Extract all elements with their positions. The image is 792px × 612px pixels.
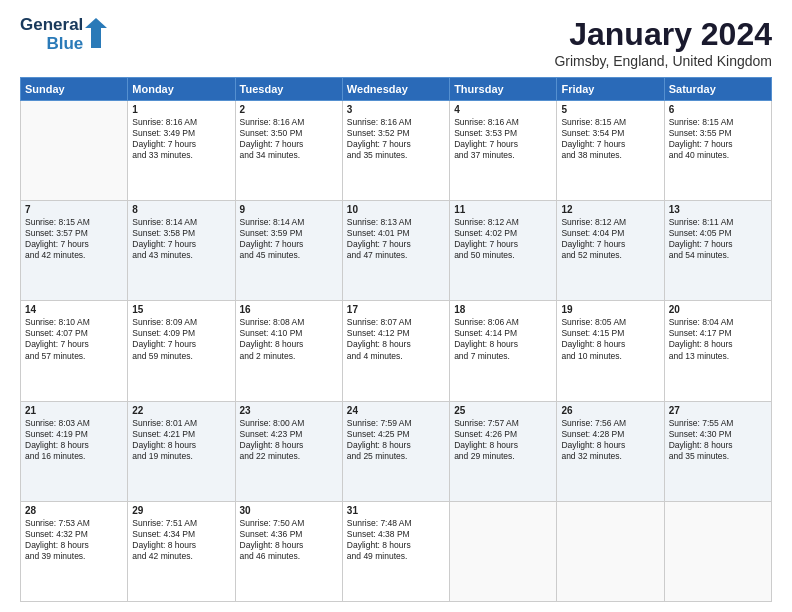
day-info: Sunset: 3:50 PM	[240, 128, 338, 139]
day-info: Sunrise: 8:13 AM	[347, 217, 445, 228]
day-info: Sunrise: 7:50 AM	[240, 518, 338, 529]
day-info: Sunset: 4:09 PM	[132, 328, 230, 339]
day-cell: 17Sunrise: 8:07 AMSunset: 4:12 PMDayligh…	[342, 301, 449, 401]
day-info: Sunset: 3:53 PM	[454, 128, 552, 139]
day-info: Sunrise: 7:57 AM	[454, 418, 552, 429]
week-row-2: 7Sunrise: 8:15 AMSunset: 3:57 PMDaylight…	[21, 201, 772, 301]
day-info: Sunrise: 8:06 AM	[454, 317, 552, 328]
day-info: and 50 minutes.	[454, 250, 552, 261]
day-info: and 10 minutes.	[561, 351, 659, 362]
day-info: Sunset: 3:58 PM	[132, 228, 230, 239]
day-info: Daylight: 8 hours	[240, 540, 338, 551]
day-number: 12	[561, 204, 659, 215]
header-row: SundayMondayTuesdayWednesdayThursdayFrid…	[21, 78, 772, 101]
day-cell	[21, 101, 128, 201]
week-row-1: 1Sunrise: 8:16 AMSunset: 3:49 PMDaylight…	[21, 101, 772, 201]
day-info: and 13 minutes.	[669, 351, 767, 362]
day-info: Sunrise: 7:53 AM	[25, 518, 123, 529]
day-cell: 4Sunrise: 8:16 AMSunset: 3:53 PMDaylight…	[450, 101, 557, 201]
day-number: 26	[561, 405, 659, 416]
day-number: 1	[132, 104, 230, 115]
day-info: Daylight: 7 hours	[347, 239, 445, 250]
header-wednesday: Wednesday	[342, 78, 449, 101]
day-info: Daylight: 8 hours	[454, 440, 552, 451]
day-cell: 7Sunrise: 8:15 AMSunset: 3:57 PMDaylight…	[21, 201, 128, 301]
day-info: and 4 minutes.	[347, 351, 445, 362]
day-info: and 49 minutes.	[347, 551, 445, 562]
day-info: Daylight: 8 hours	[347, 540, 445, 551]
day-info: Sunrise: 8:16 AM	[347, 117, 445, 128]
day-info: and 39 minutes.	[25, 551, 123, 562]
day-cell	[450, 501, 557, 601]
day-info: and 22 minutes.	[240, 451, 338, 462]
day-info: Sunrise: 7:59 AM	[347, 418, 445, 429]
day-number: 6	[669, 104, 767, 115]
day-number: 28	[25, 505, 123, 516]
day-info: and 35 minutes.	[669, 451, 767, 462]
day-cell: 12Sunrise: 8:12 AMSunset: 4:04 PMDayligh…	[557, 201, 664, 301]
day-info: and 32 minutes.	[561, 451, 659, 462]
day-cell: 1Sunrise: 8:16 AMSunset: 3:49 PMDaylight…	[128, 101, 235, 201]
day-info: and 45 minutes.	[240, 250, 338, 261]
calendar-subtitle: Grimsby, England, United Kingdom	[554, 53, 772, 69]
day-info: Sunset: 4:10 PM	[240, 328, 338, 339]
day-info: Daylight: 8 hours	[454, 339, 552, 350]
day-info: Sunset: 3:54 PM	[561, 128, 659, 139]
title-block: January 2024 Grimsby, England, United Ki…	[554, 16, 772, 69]
day-cell: 18Sunrise: 8:06 AMSunset: 4:14 PMDayligh…	[450, 301, 557, 401]
day-info: Sunrise: 8:10 AM	[25, 317, 123, 328]
day-info: and 42 minutes.	[25, 250, 123, 261]
day-number: 3	[347, 104, 445, 115]
day-cell	[557, 501, 664, 601]
day-info: Daylight: 7 hours	[132, 139, 230, 150]
day-info: Daylight: 8 hours	[132, 540, 230, 551]
logo: General Blue	[20, 16, 107, 53]
day-info: and 25 minutes.	[347, 451, 445, 462]
day-info: Sunset: 4:15 PM	[561, 328, 659, 339]
day-info: Daylight: 8 hours	[25, 440, 123, 451]
day-info: Sunset: 4:01 PM	[347, 228, 445, 239]
day-info: Sunrise: 8:15 AM	[669, 117, 767, 128]
logo-blue: Blue	[46, 35, 83, 54]
day-cell: 16Sunrise: 8:08 AMSunset: 4:10 PMDayligh…	[235, 301, 342, 401]
day-info: Daylight: 7 hours	[454, 239, 552, 250]
day-info: Daylight: 8 hours	[669, 339, 767, 350]
day-cell: 29Sunrise: 7:51 AMSunset: 4:34 PMDayligh…	[128, 501, 235, 601]
header-tuesday: Tuesday	[235, 78, 342, 101]
day-info: Sunrise: 8:07 AM	[347, 317, 445, 328]
day-info: Daylight: 8 hours	[240, 440, 338, 451]
day-info: Sunset: 4:05 PM	[669, 228, 767, 239]
day-info: and 54 minutes.	[669, 250, 767, 261]
day-info: Daylight: 7 hours	[669, 239, 767, 250]
day-info: and 7 minutes.	[454, 351, 552, 362]
day-number: 11	[454, 204, 552, 215]
header-friday: Friday	[557, 78, 664, 101]
week-row-5: 28Sunrise: 7:53 AMSunset: 4:32 PMDayligh…	[21, 501, 772, 601]
day-cell: 8Sunrise: 8:14 AMSunset: 3:58 PMDaylight…	[128, 201, 235, 301]
day-info: and 38 minutes.	[561, 150, 659, 161]
day-number: 31	[347, 505, 445, 516]
day-info: Daylight: 7 hours	[240, 139, 338, 150]
header-monday: Monday	[128, 78, 235, 101]
day-info: Sunrise: 8:08 AM	[240, 317, 338, 328]
day-info: Sunrise: 8:04 AM	[669, 317, 767, 328]
day-info: Sunset: 3:55 PM	[669, 128, 767, 139]
logo-general: General	[20, 16, 83, 35]
day-info: and 33 minutes.	[132, 150, 230, 161]
day-number: 13	[669, 204, 767, 215]
day-cell: 2Sunrise: 8:16 AMSunset: 3:50 PMDaylight…	[235, 101, 342, 201]
day-number: 8	[132, 204, 230, 215]
day-info: Sunrise: 7:56 AM	[561, 418, 659, 429]
day-info: Sunset: 4:23 PM	[240, 429, 338, 440]
day-cell: 11Sunrise: 8:12 AMSunset: 4:02 PMDayligh…	[450, 201, 557, 301]
day-cell: 22Sunrise: 8:01 AMSunset: 4:21 PMDayligh…	[128, 401, 235, 501]
day-number: 30	[240, 505, 338, 516]
day-info: and 34 minutes.	[240, 150, 338, 161]
day-cell: 9Sunrise: 8:14 AMSunset: 3:59 PMDaylight…	[235, 201, 342, 301]
header-thursday: Thursday	[450, 78, 557, 101]
day-info: Sunrise: 8:16 AM	[132, 117, 230, 128]
calendar-title: January 2024	[554, 16, 772, 53]
day-info: Sunrise: 8:00 AM	[240, 418, 338, 429]
day-info: Sunset: 4:12 PM	[347, 328, 445, 339]
day-info: and 52 minutes.	[561, 250, 659, 261]
